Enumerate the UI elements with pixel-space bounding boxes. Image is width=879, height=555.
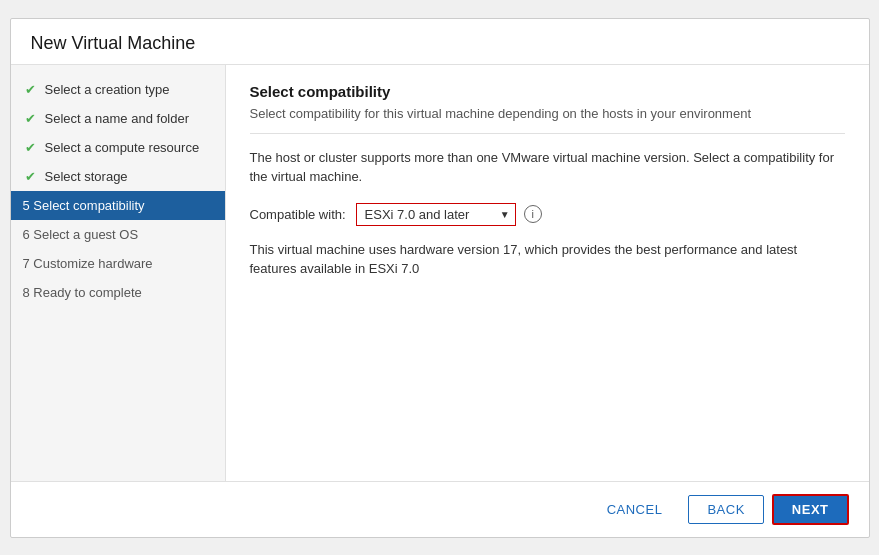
sidebar-label-step5: 5 Select compatibility xyxy=(23,198,145,213)
compat-label: Compatible with: xyxy=(250,207,346,222)
dialog-body: ✔Select a creation type✔Select a name an… xyxy=(11,65,869,481)
description-text: The host or cluster supports more than o… xyxy=(250,148,845,187)
sidebar-label-step8: 8 Ready to complete xyxy=(23,285,142,300)
section-title: Select compatibility xyxy=(250,83,845,100)
main-content: Select compatibility Select compatibilit… xyxy=(226,65,869,481)
sidebar-label-step1: Select a creation type xyxy=(45,82,170,97)
sidebar-item-step6: 6 Select a guest OS xyxy=(11,220,225,249)
check-icon: ✔ xyxy=(25,140,36,155)
sidebar-label-step2: Select a name and folder xyxy=(45,111,190,126)
sidebar-item-step7: 7 Customize hardware xyxy=(11,249,225,278)
sidebar-item-step8: 8 Ready to complete xyxy=(11,278,225,307)
compat-row: Compatible with: ESXi 7.0 and laterESXi … xyxy=(250,203,845,226)
step-icon-step2: ✔ xyxy=(23,111,39,126)
hw-description: This virtual machine uses hardware versi… xyxy=(250,240,845,279)
compat-select[interactable]: ESXi 7.0 and laterESXi 6.7 and laterESXi… xyxy=(356,203,516,226)
check-icon: ✔ xyxy=(25,82,36,97)
section-subtitle: Select compatibility for this virtual ma… xyxy=(250,106,845,134)
sidebar-label-step4: Select storage xyxy=(45,169,128,184)
new-vm-dialog: New Virtual Machine ✔Select a creation t… xyxy=(10,18,870,538)
step-icon-step1: ✔ xyxy=(23,82,39,97)
check-icon: ✔ xyxy=(25,111,36,126)
sidebar-item-step5[interactable]: 5 Select compatibility xyxy=(11,191,225,220)
compat-select-wrapper: ESXi 7.0 and laterESXi 6.7 and laterESXi… xyxy=(356,203,516,226)
check-icon: ✔ xyxy=(25,169,36,184)
back-button[interactable]: BACK xyxy=(688,495,763,524)
sidebar-label-step6: 6 Select a guest OS xyxy=(23,227,139,242)
sidebar-item-step4: ✔Select storage xyxy=(11,162,225,191)
sidebar-label-step7: 7 Customize hardware xyxy=(23,256,153,271)
step-icon-step3: ✔ xyxy=(23,140,39,155)
sidebar: ✔Select a creation type✔Select a name an… xyxy=(11,65,226,481)
dialog-footer: CANCEL BACK NEXT xyxy=(11,481,869,537)
next-button[interactable]: NEXT xyxy=(772,494,849,525)
sidebar-item-step1: ✔Select a creation type xyxy=(11,75,225,104)
dialog-title: New Virtual Machine xyxy=(11,19,869,65)
cancel-button[interactable]: CANCEL xyxy=(589,496,681,523)
info-icon: i xyxy=(524,205,542,223)
sidebar-label-step3: Select a compute resource xyxy=(45,140,200,155)
step-icon-step4: ✔ xyxy=(23,169,39,184)
sidebar-item-step2: ✔Select a name and folder xyxy=(11,104,225,133)
sidebar-item-step3: ✔Select a compute resource xyxy=(11,133,225,162)
